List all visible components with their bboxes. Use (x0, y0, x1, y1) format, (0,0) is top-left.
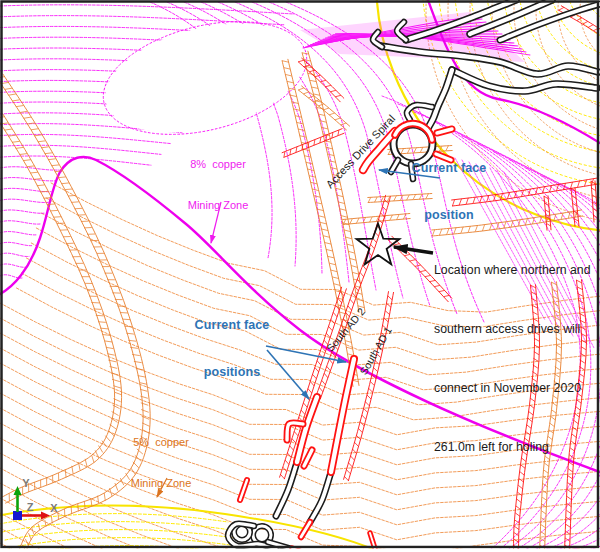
mining-zone-boundaries (0, 0, 600, 552)
mine-plan-canvas: 8% copper Mining Zone 5% copper Mining Z… (0, 0, 600, 552)
current-development (240, 124, 452, 552)
mine-plan-drawing (0, 0, 600, 552)
contour-plateau (92, 2, 319, 153)
